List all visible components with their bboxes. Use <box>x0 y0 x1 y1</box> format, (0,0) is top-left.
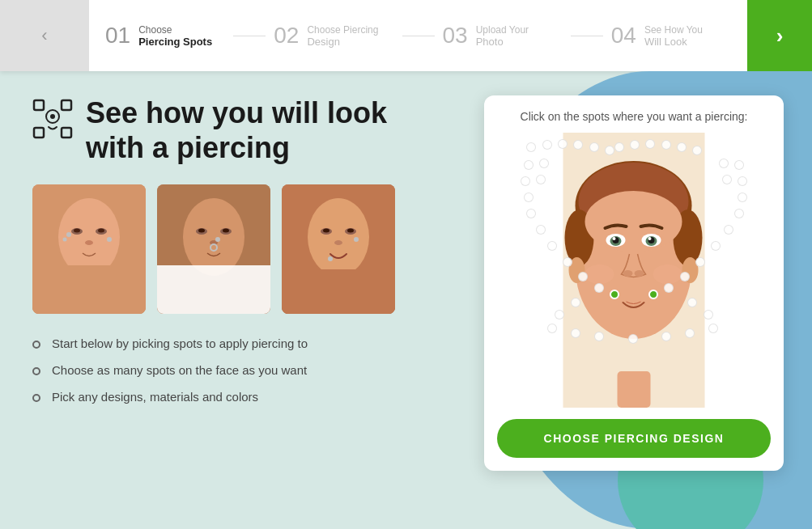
piercing-dot-18[interactable] <box>722 175 732 184</box>
piercing-dot-33[interactable] <box>664 283 674 293</box>
bullet-item-1: Start below by picking spots to apply pi… <box>32 336 440 350</box>
piercing-dot-16[interactable] <box>521 176 530 186</box>
piercing-dot-22[interactable] <box>526 209 536 218</box>
piercing-dot-9[interactable] <box>661 140 671 150</box>
piercing-dot-3[interactable] <box>573 140 583 150</box>
piercing-dot-20[interactable] <box>524 193 534 202</box>
piercing-dot-7[interactable] <box>630 140 640 150</box>
piercing-dot-45[interactable] <box>685 328 695 338</box>
piercing-card: Click on the spots where you want a pier… <box>484 95 784 471</box>
piercing-dot-39[interactable] <box>704 310 713 320</box>
svg-rect-36 <box>282 269 395 314</box>
step-2-number: 02 <box>274 23 299 49</box>
back-arrow-icon: ‹ <box>41 25 47 46</box>
svg-rect-38 <box>618 371 651 408</box>
step-divider-3 <box>571 36 603 36</box>
svg-point-34 <box>328 256 333 261</box>
piercing-dot-44[interactable] <box>661 332 671 341</box>
piercing-dot-26[interactable] <box>547 241 557 251</box>
piercing-dot-19[interactable] <box>738 176 747 186</box>
piercing-dot-29[interactable] <box>695 257 705 267</box>
svg-point-15 <box>107 237 112 242</box>
next-arrow-icon: › <box>776 23 784 49</box>
svg-point-14 <box>63 238 67 242</box>
stepper-step-4[interactable]: 04 See How You Will Look <box>611 23 731 49</box>
piercing-dot-21[interactable] <box>738 193 747 202</box>
piercing-dot-32[interactable] <box>594 283 604 293</box>
piercing-dot-41[interactable] <box>571 328 580 338</box>
piercing-dot-38[interactable] <box>555 310 564 320</box>
piercing-dot-43[interactable] <box>628 334 638 344</box>
step-3-number: 03 <box>443 23 468 49</box>
piercing-dot-10[interactable] <box>677 142 687 152</box>
piercing-dot-40[interactable] <box>547 324 557 333</box>
piercing-dot-13[interactable] <box>539 159 549 168</box>
photo-thumb-1 <box>32 184 146 314</box>
piercing-dot-2[interactable] <box>558 139 568 149</box>
piercing-dot-0[interactable] <box>526 142 536 152</box>
svg-point-10 <box>74 229 80 233</box>
step-divider-2 <box>402 36 435 36</box>
stepper-next-button[interactable]: › <box>747 0 812 71</box>
stepper-step-3[interactable]: 03 Upload Your Photo <box>443 23 563 49</box>
photo-thumb-3 <box>282 184 395 314</box>
svg-point-58 <box>653 264 682 284</box>
main-content: See how you will look with a piercing <box>0 71 812 529</box>
svg-point-33 <box>334 240 342 245</box>
right-panel: Click on the spots where you want a pier… <box>472 71 812 529</box>
svg-point-32 <box>347 229 354 233</box>
piercing-dot-42[interactable] <box>594 332 604 341</box>
photo-thumb-2 <box>157 184 270 314</box>
bullet-item-2: Choose as many spots on the face as you … <box>32 363 440 377</box>
piercing-dot-28[interactable] <box>563 257 572 267</box>
svg-point-51 <box>613 237 616 240</box>
svg-point-12 <box>85 240 93 245</box>
piercing-dot-8[interactable] <box>645 139 655 149</box>
step-1-number: 01 <box>105 23 130 49</box>
bullet-circle-3 <box>32 394 40 402</box>
hero-title-row: See how you will look with a piercing <box>32 95 440 165</box>
svg-point-25 <box>215 237 220 242</box>
piercing-dot-6[interactable] <box>614 142 624 152</box>
photo-row <box>32 184 440 314</box>
piercing-dot-35[interactable] <box>648 290 658 299</box>
piercing-dot-30[interactable] <box>578 272 588 281</box>
svg-rect-0 <box>34 100 44 110</box>
piercing-dot-5[interactable] <box>605 146 614 155</box>
face-container[interactable] <box>497 133 771 408</box>
piercing-dot-31[interactable] <box>680 272 690 281</box>
choose-piercing-design-button[interactable]: CHOOSE PIERCING DESIGN <box>497 419 771 458</box>
piercing-dot-46[interactable] <box>708 324 718 333</box>
piercing-dot-34[interactable] <box>610 290 619 299</box>
svg-point-13 <box>66 232 71 237</box>
piercing-dot-27[interactable] <box>711 241 721 251</box>
piercing-dot-11[interactable] <box>692 146 702 155</box>
stepper-step-2[interactable]: 02 Choose Piercing Design <box>274 23 393 49</box>
svg-point-5 <box>50 114 55 119</box>
piercing-dot-36[interactable] <box>571 298 580 307</box>
stepper-step-1[interactable]: 01 Choose Piercing Spots <box>105 23 225 49</box>
step-2-label: Choose Piercing Design <box>307 24 378 48</box>
svg-point-11 <box>98 229 104 233</box>
piercing-dot-24[interactable] <box>536 225 546 235</box>
svg-rect-16 <box>32 265 146 314</box>
face-scan-icon <box>32 99 73 139</box>
piercing-dot-23[interactable] <box>734 209 744 218</box>
piercing-dot-14[interactable] <box>719 159 729 168</box>
stepper-bar: ‹ 01 Choose Piercing Spots 02 Choose Pie… <box>0 0 812 71</box>
step-3-label: Upload Your Photo <box>476 24 529 48</box>
piercing-dot-15[interactable] <box>734 160 744 170</box>
piercing-dot-12[interactable] <box>524 160 534 170</box>
step-divider-1 <box>233 36 266 36</box>
bullet-list: Start below by picking spots to apply pi… <box>32 336 440 404</box>
piercing-dot-4[interactable] <box>589 142 599 152</box>
stepper-back-button[interactable]: ‹ <box>0 0 89 71</box>
svg-point-7 <box>58 198 120 276</box>
piercing-dot-1[interactable] <box>542 140 552 150</box>
piercing-dot-25[interactable] <box>724 225 733 235</box>
svg-point-52 <box>648 237 652 240</box>
piercing-dot-37[interactable] <box>687 298 697 307</box>
hero-title: See how you will look with a piercing <box>86 95 387 165</box>
card-instruction: Click on the spots where you want a pier… <box>497 110 771 123</box>
piercing-dot-17[interactable] <box>536 175 546 184</box>
